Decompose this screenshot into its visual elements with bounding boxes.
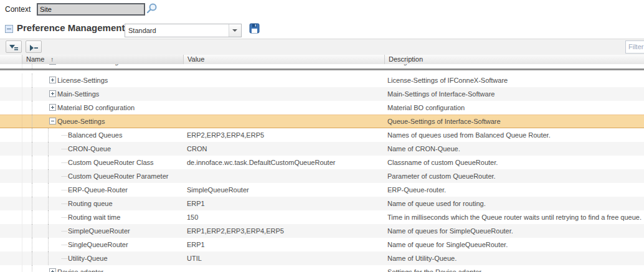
table-row[interactable]: Main-SettingsMain-Settings of Interface-…: [0, 87, 644, 101]
row-description-cell: Main-Settings of Interface-Software: [385, 87, 644, 101]
row-numberer-cell: [0, 265, 22, 272]
table-row[interactable]: ERP-Queue-RouterSimpleQueueRouterERP-Que…: [0, 183, 644, 197]
magnifier-icon: [146, 7, 158, 17]
table-row[interactable]: E-Mail values configurationConfiguration…: [0, 64, 644, 68]
expand-node-icon[interactable]: [49, 268, 56, 272]
save-button[interactable]: [249, 23, 260, 34]
expand-node-icon[interactable]: [49, 64, 56, 65]
tree-guide-line: [32, 87, 32, 101]
tree-guide-line: [48, 197, 49, 210]
tree-guide-line: [32, 142, 32, 156]
row-numberer-cell: [0, 197, 22, 210]
row-description-cell: Classname of custom QueueRouter.: [385, 156, 644, 169]
row-name-label: License-Settings: [57, 73, 108, 87]
row-name-cell: E-Mail values configuration: [22, 64, 184, 68]
tree-elbow-line: [62, 204, 67, 204]
tree-guide-line: [32, 128, 32, 142]
row-value-cell: UTIL: [184, 251, 385, 265]
panel-collapse-icon[interactable]: [5, 25, 13, 33]
table-row[interactable]: Custom QueueRouter ParameterParameter of…: [0, 169, 644, 183]
row-description-cell: Time in milliseconds which the Queue rou…: [385, 210, 644, 224]
row-name-cell: License-Settings: [22, 73, 184, 87]
preset-dropdown[interactable]: Standard: [125, 24, 242, 37]
row-name-label: Main-Settings: [57, 87, 99, 101]
row-value-cell: [184, 73, 385, 87]
tree-guide-line: [48, 224, 49, 238]
tree-guide-line: [48, 183, 49, 197]
row-value-cell: 150: [184, 210, 385, 224]
row-description-cell: Name of CRON-Queue.: [385, 142, 644, 156]
row-name-label: Routing wait time: [68, 210, 120, 224]
filter-placeholder: Filter: [628, 41, 643, 53]
grid-header: Name↑ Value Description: [0, 55, 644, 65]
row-numberer-cell: [0, 142, 22, 156]
table-row[interactable]: Routing queueERP1Name of queue used for …: [0, 197, 644, 210]
row-name-label: Revise adapter: [57, 265, 103, 272]
context-label: Context: [5, 5, 31, 14]
tree-guide-line: [32, 238, 32, 251]
table-row[interactable]: Revise adapterSettings for the Revise ad…: [0, 265, 644, 272]
table-row[interactable]: Utility-QueueUTILName of Utility-Queue.: [0, 251, 644, 265]
row-name-cell: Main-Settings: [22, 87, 184, 101]
row-value-cell: [184, 169, 385, 183]
column-header-numberer: [0, 55, 22, 64]
filter-settings-button[interactable]: [6, 40, 22, 53]
collapse-all-button[interactable]: [26, 40, 42, 53]
row-value-cell: ERP1: [184, 238, 385, 251]
table-row[interactable]: Routing wait time150Time in milliseconds…: [0, 210, 644, 224]
row-numberer-cell: [0, 183, 22, 197]
table-row[interactable]: Balanced QueuesERP2,ERP3,ERP4,ERP5Names …: [0, 128, 644, 142]
expand-node-icon[interactable]: [49, 77, 56, 83]
dropdown-trigger[interactable]: [229, 24, 241, 37]
tree-elbow-line: [62, 149, 67, 149]
row-description-cell: Name of queue used for routing.: [385, 197, 644, 210]
row-numberer-cell: [0, 101, 22, 115]
tree-guide-line: [32, 251, 32, 265]
row-numberer-cell: [0, 156, 22, 169]
expand-node-icon[interactable]: [49, 104, 56, 111]
row-name-label: Routing queue: [68, 197, 113, 210]
page-title: Preference Management: [17, 22, 125, 33]
tree-guide-line: [32, 224, 32, 238]
tree-guide-line: [48, 210, 49, 224]
row-description-cell: Configuration of E-Mail values: [385, 64, 644, 68]
table-body: E-Mail values configurationConfiguration…: [0, 64, 644, 272]
expand-node-icon[interactable]: [49, 90, 56, 97]
collapse-node-icon[interactable]: [49, 118, 56, 124]
context-input[interactable]: Site: [37, 3, 145, 16]
row-description-cell: Names of queues used from Balanced Queue…: [385, 128, 644, 142]
table-row[interactable]: Custom QueueRouter Classde.innoface.wc.t…: [0, 156, 644, 169]
row-numberer-cell: [0, 169, 22, 183]
table-row[interactable]: CRON-QueueCRONName of CRON-Queue.: [0, 142, 644, 156]
row-name-cell: Custom QueueRouter Parameter: [22, 169, 184, 183]
row-numberer-cell: [0, 115, 22, 128]
table-row[interactable]: SimpleQueueRouterERP1,ERP2,ERP3,ERP4,ERP…: [0, 224, 644, 238]
clipped-row-top: E-Mail values configurationConfiguration…: [0, 64, 644, 68]
row-value-cell: [184, 87, 385, 101]
tree-guide-line: [32, 197, 32, 210]
tree-guide-line: [48, 156, 49, 169]
tree-elbow-line: [62, 162, 67, 163]
row-description-cell: Settings for the Revise adapter: [385, 265, 644, 272]
filter-input[interactable]: Filter: [625, 40, 644, 54]
tree-guide-line: [32, 169, 32, 183]
table-row[interactable]: SingleQueueRouterERP1Name of queue for S…: [0, 238, 644, 251]
row-name-cell: ERP-Queue-Router: [22, 183, 184, 197]
row-value-cell: SimpleQueueRouter: [184, 183, 385, 197]
tree-guide-line: [48, 142, 49, 156]
row-numberer-cell: [0, 251, 22, 265]
row-description-cell: ERP-Queue-router.: [385, 183, 644, 197]
column-header-name[interactable]: Name↑: [22, 55, 184, 64]
row-numberer-cell: [0, 87, 22, 101]
table-row[interactable]: Material BO configurationMaterial BO con…: [0, 101, 644, 115]
row-numberer-cell: [0, 224, 22, 238]
context-search-button[interactable]: [146, 2, 158, 15]
tree-elbow-line: [62, 258, 67, 259]
column-header-description[interactable]: Description: [385, 55, 644, 64]
tree-guide-line: [48, 169, 49, 183]
column-header-value[interactable]: Value: [184, 55, 385, 64]
table-row[interactable]: License-SettingsLicense-Settings of IFCo…: [0, 73, 644, 87]
table-row[interactable]: Queue-SettingsQueue-Settings of Interfac…: [0, 115, 644, 128]
row-name-label: Queue-Settings: [57, 115, 105, 128]
row-numberer-cell: [0, 73, 22, 87]
